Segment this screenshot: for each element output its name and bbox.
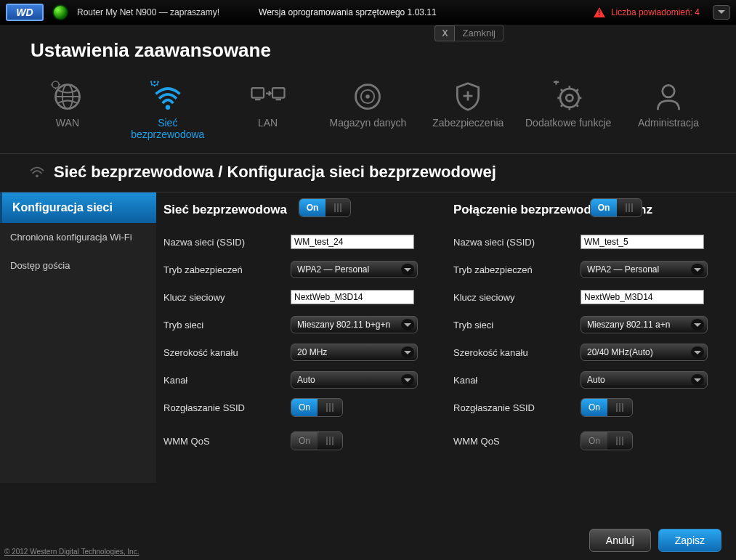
channel-label: Kanał [453,375,581,386]
broadcast-24-toggle[interactable]: On [291,398,343,417]
svg-line-15 [157,84,158,85]
wmm-label: WMM QoS [163,436,291,447]
width-5-select[interactable]: 20/40 MHz(Auto) [581,344,708,361]
security-5-select[interactable]: WPA2 — Personal [581,261,708,278]
nav-lan[interactable]: LAN [221,81,315,140]
nav-label: Administracja [638,117,699,129]
security-label: Tryb zabezpieczeń [163,264,291,275]
ssid-5-input[interactable] [581,235,704,249]
save-button[interactable]: Zapisz [658,529,721,552]
security-label: Tryb zabezpieczeń [453,264,581,275]
chevron-down-icon [401,346,414,358]
svg-point-9 [153,81,155,83]
nav-label: Zabezpieczenia [432,117,504,129]
wifi-icon [149,81,187,113]
page-title: Ustawienia zaawansowane [31,39,714,62]
channel-5-select[interactable]: Auto [581,371,708,389]
alerts-dropdown-button[interactable] [713,5,730,20]
wmm-24-toggle[interactable]: On [291,431,343,450]
key-label: Klucz sieciowy [163,292,291,303]
nav-label: WAN [56,117,79,129]
chevron-down-icon [401,319,414,330]
svg-line-16 [151,84,152,85]
wifi-small-icon [29,166,45,179]
form-columns: Sieć bezprzewodowa On Nazwa sieci (SSID)… [156,192,736,483]
nav-wan[interactable]: WAN [20,81,115,140]
key-label: Klucz sieciowy [453,292,581,303]
wd-logo: WD [6,4,44,21]
mode-5-select[interactable]: Mieszany 802.11 a+n [581,316,708,333]
top-bar: WD Router My Net N900 — zapraszamy! Wers… [0,0,736,25]
wireless-5ghz-column: Połączenie bezprzewodowe 5 Ghz On Nazwa … [453,200,729,483]
svg-point-18 [166,105,170,109]
key-24-input[interactable] [291,290,414,304]
svg-point-0 [52,81,59,88]
nav-security[interactable]: Zabezpieczenia [421,81,515,140]
mode-label: Tryb sieci [163,320,291,330]
security-24-select[interactable]: WPA2 — Personal [291,261,418,278]
sidebar-item-guest[interactable]: Dostęp gościa [0,251,156,280]
width-label: Szerokość kanału [453,347,581,358]
wireless-24ghz-column: Sieć bezprzewodowa On Nazwa sieci (SSID)… [163,200,439,483]
svg-line-36 [561,89,563,92]
nav-storage[interactable]: Magazyn danych [320,81,415,140]
wireless-5-enable-toggle[interactable]: On [590,198,642,217]
close-icon[interactable]: X [434,25,455,41]
ssid-label: Nazwa sieci (SSID) [163,237,291,248]
width-label: Szerokość kanału [163,347,291,358]
nav-addons[interactable]: Dodatkowe funkcje [521,81,615,140]
svg-point-41 [36,175,39,178]
gear-plus-icon [549,81,587,113]
chevron-down-icon [691,319,704,330]
user-icon [650,81,687,113]
chevron-down-icon [401,264,414,275]
nav-admin[interactable]: Administracja [621,81,716,140]
svg-point-25 [366,94,371,99]
ssid-label: Nazwa sieci (SSID) [453,237,581,248]
svg-line-37 [576,105,578,107]
lan-icon [249,81,287,113]
mode-label: Tryb sieci [453,320,581,330]
copyright[interactable]: © 2012 Western Digital Technologies, Inc… [4,548,139,556]
cancel-button[interactable]: Anuluj [589,529,651,552]
svg-line-39 [576,89,578,92]
chevron-down-icon [691,374,704,386]
wireless-24-enable-toggle[interactable]: On [299,198,351,217]
close-tab[interactable]: X Zamknij [434,25,504,41]
status-indicator-icon [54,6,67,19]
sidebar-item-wps[interactable]: Chroniona konfiguracja Wi-Fi [0,223,156,251]
sidebar: Konfiguracja sieci Chroniona konfiguracj… [0,192,156,483]
globe-icon [49,81,86,113]
wmm-5-toggle[interactable]: On [581,431,633,450]
svg-point-40 [663,85,675,97]
ssid-24-input[interactable] [291,235,414,249]
toggle-on-label: On [591,199,617,216]
nav-wireless[interactable]: Sieć bezprzewodowa [121,81,215,140]
breadcrumb-text: Sieć bezprzewodowa / Konfiguracja sieci … [54,163,496,182]
width-24-select[interactable]: 20 MHz [291,344,418,361]
channel-label: Kanał [163,375,291,386]
channel-24-select[interactable]: Auto [291,371,418,389]
svg-rect-22 [275,99,281,100]
svg-point-31 [566,94,573,101]
chevron-down-icon [401,374,414,386]
nav-label: LAN [258,117,278,129]
close-label[interactable]: Zamknij [455,25,504,41]
svg-rect-20 [255,99,261,100]
chevron-down-icon [691,264,704,275]
router-name: Router My Net N900 — zapraszamy! [77,7,219,17]
nav-label: Dodatkowe funkcje [525,117,611,129]
disc-icon [349,81,387,113]
nav-row: WAN Sieć bezprzewodowa LAN Magazyn danyc… [0,72,736,154]
key-5-input[interactable] [581,290,704,304]
broadcast-5-toggle[interactable]: On [581,398,633,417]
shield-icon [449,81,487,113]
mode-24-select[interactable]: Mieszany 802.11 b+g+n [291,316,418,333]
svg-rect-21 [272,88,285,98]
svg-line-38 [561,105,563,107]
chevron-down-icon [718,10,725,14]
sidebar-item-wireless-setup[interactable]: Konfiguracja sieci [0,192,156,223]
svg-rect-19 [251,88,264,98]
broadcast-label: Rozgłaszanie SSID [453,402,581,413]
alerts-bar[interactable]: Liczba powiadomień: 4 [594,5,730,20]
